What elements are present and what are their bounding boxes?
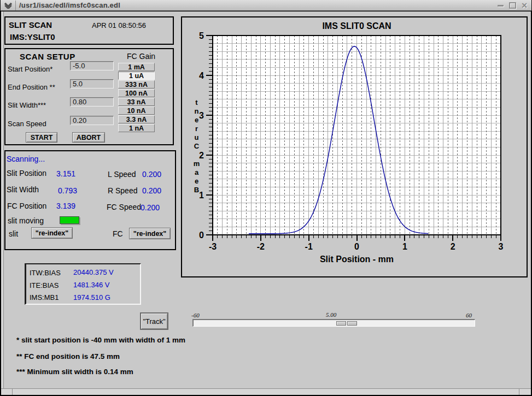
svg-text:-3: -3 [209,242,217,251]
maximize-icon [509,2,516,9]
slit-reindex-button[interactable]: "re-index" [31,227,73,239]
fc-gain-button-3.3nA[interactable]: 3.3 nA [118,115,155,123]
abort-button[interactable]: ABORT [72,132,105,143]
l-speed-value: 0.200 [142,170,161,179]
fc-gain-title: FC Gain [127,52,155,61]
scan-setup-panel: SCAN SETUP FC Gain Start Position* End P… [4,48,174,145]
r-speed-value: 0.200 [142,186,161,195]
l-speed-label: L Speed [108,170,136,179]
status-panel: Scanning... Slit Position 3.151 L Speed … [4,150,176,250]
window-title: /usr1/isac/edl/imsfc0scan.edl [19,0,120,10]
r-speed-label: R Speed [108,186,137,195]
fc-speed-label: FC Speed [107,203,141,211]
slider-thumb-right-half [347,321,357,326]
fc-gain-button-1mA[interactable]: 1 mA [118,63,155,71]
fc-gain-button-100nA[interactable]: 100 nA [118,89,155,97]
svg-text:2: 2 [451,242,455,251]
scan-state-text: Scanning... [7,155,45,163]
scan-plot-panel: IMS SLIT0 SCAN tneruC maeB 012345-3-2-10… [181,16,528,277]
scan-speed-label: Scan Speed [8,120,46,128]
position-slider-thumb[interactable] [336,321,357,326]
end-position-input[interactable] [70,79,114,88]
maximize-button[interactable] [508,2,516,9]
footnote-fc-end: ** FC end position is 47.5 mm [16,352,120,360]
slit-position-value: 3.151 [56,169,75,178]
svg-text:-1: -1 [305,242,313,251]
slit-width-label: Slit Width*** [8,101,46,109]
slit-position-label: Slit Position [7,169,46,178]
window-controls: ✕ [496,0,528,11]
minimize-icon [498,5,504,7]
fc-position-label: FC Position [7,202,46,210]
scan-plot: 012345-3-2-10123 [182,17,527,276]
fc-label: FC [113,229,123,238]
minimize-button[interactable] [496,2,504,9]
header-panel: SLIT SCAN APR 01 08:50:56 IMS:YSLIT0 [4,16,174,45]
ite-bias-value: 1481.346 V [73,281,110,289]
close-button[interactable]: ✕ [521,2,528,9]
slider-thumb-left-half [336,321,346,326]
slit-moving-label: slit moving [8,216,44,225]
slider-value-label: 5.00 [326,311,336,318]
slider-min-label: -60 [191,312,200,318]
svg-text:1: 1 [199,191,204,200]
resize-handle-seam [12,389,13,395]
slit-moving-indicator [60,216,79,224]
window-menu-button[interactable] [1,1,16,10]
footnote-slit-start: * slit start position is -40 mm with wid… [16,336,185,344]
start-position-label: Start Position* [8,65,52,73]
fc-reindex-button[interactable]: "re-index" [129,228,171,239]
ims-mb1-value: 1974.510 G [73,293,110,302]
fc-position-value: 3.139 [56,202,75,210]
track-button[interactable]: "Track" [140,312,168,330]
bias-readback-panel: ITW:BIAS 20440.375 V ITE:BIAS 1481.346 V… [25,263,141,305]
close-icon: ✕ [521,2,528,9]
svg-text:-2: -2 [257,242,265,251]
title-bar: /usr1/isac/edl/imsfc0scan.edl ✕ [1,0,531,11]
timestamp: APR 01 08:50:56 [92,21,146,29]
svg-text:3: 3 [499,242,504,251]
ims-mb1-label: IMS:MB1 [30,293,59,302]
resize-handle-seam [519,389,519,395]
slit-width-status-value: 0.793 [58,186,77,195]
fc-gain-button-333nA[interactable]: 333 nA [118,80,155,88]
svg-text:2: 2 [199,151,204,160]
fc-gain-button-33nA[interactable]: 33 nA [118,98,155,106]
edm-window: { "window": { "title": "/usr1/isac/edl/i… [0,0,532,396]
svg-text:0: 0 [199,230,204,240]
itw-bias-label: ITW:BIAS [30,269,61,277]
end-position-label: End Position ** [8,83,55,91]
start-position-input[interactable] [70,61,114,70]
chevron-down-icon [4,2,13,9]
svg-text:3: 3 [199,111,204,120]
svg-text:4: 4 [199,71,204,80]
itw-bias-value: 20440.375 V [73,268,114,276]
window-resize-frame-bottom[interactable] [1,388,531,395]
slit-width-input[interactable] [70,97,114,107]
fc-gain-button-10nA[interactable]: 10 nA [118,107,155,115]
ite-bias-label: ITE:BIAS [30,281,59,289]
start-button[interactable]: START [26,132,57,143]
fc-speed-value: 0.200 [141,203,160,212]
svg-text:0: 0 [354,242,359,251]
position-slider-track[interactable] [192,319,475,327]
footnote-min-width: *** Minimum slit width is 0.14 mm [16,368,133,376]
svg-text:5: 5 [199,31,204,40]
slider-max-label: 60 [466,312,472,318]
slit-width-status-label: Slit Width [7,185,39,194]
page-title: SLIT SCAN [9,20,52,29]
plot-x-axis-label: Slit Position - mm [213,255,501,264]
window-resize-frame-left[interactable] [1,11,4,388]
fc-gain-button-1nA[interactable]: 1 nA [118,124,155,132]
fc-gain-button-1uA[interactable]: 1 uA [118,72,155,80]
slit-label: slit [9,229,18,238]
scan-speed-input[interactable] [70,116,114,125]
device-name: IMS:YSLIT0 [10,32,55,42]
svg-text:1: 1 [402,242,407,251]
scan-setup-title: SCAN SETUP [20,52,75,61]
